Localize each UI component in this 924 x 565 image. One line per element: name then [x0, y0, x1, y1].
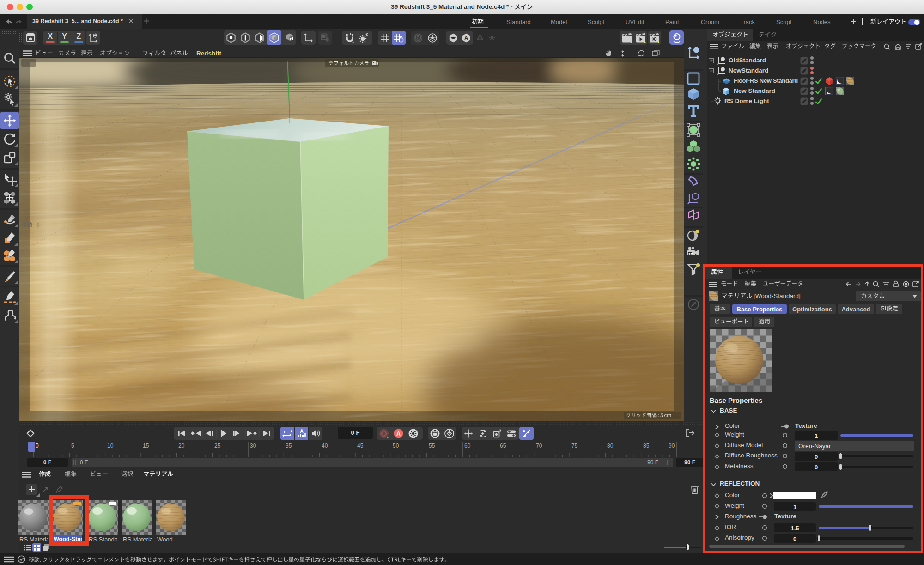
svg-text:A: A: [464, 35, 468, 42]
svg-text:A: A: [300, 429, 303, 434]
svg-text:ST: ST: [688, 253, 693, 256]
svg-text:A: A: [396, 431, 401, 437]
